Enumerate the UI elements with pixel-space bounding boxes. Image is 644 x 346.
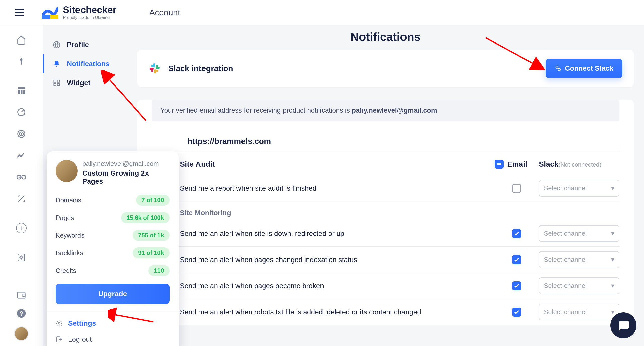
svg-rect-2 (18, 87, 25, 89)
svg-rect-5 (23, 90, 25, 94)
email-checkbox[interactable] (512, 281, 521, 290)
svg-rect-23 (153, 63, 155, 67)
section-name: Site Audit (180, 160, 215, 168)
side-item-label: Notifications (67, 60, 110, 68)
svg-point-30 (151, 70, 153, 72)
email-checkbox[interactable] (512, 229, 521, 238)
logo-icon (42, 6, 58, 19)
slack-channel-select[interactable]: Select channel ▾ (539, 277, 619, 294)
connect-icon (555, 65, 562, 72)
svg-text:?: ? (19, 310, 23, 317)
stat-row: Pages 15.6k of 100k (56, 209, 170, 227)
logo[interactable]: Sitechecker Proudly made in Ukraine (42, 5, 116, 20)
globe-icon (53, 41, 60, 49)
svg-point-31 (556, 66, 558, 68)
section-header-row: Site Audit Email Slack(Not connected) (137, 152, 634, 175)
notification-row: Send me an alert when site is down, redi… (137, 221, 634, 246)
wallet-icon[interactable] (16, 290, 26, 300)
stat-row: Credits 110 (56, 262, 170, 279)
site-icon[interactable] (16, 56, 26, 66)
user-avatar-nav[interactable] (14, 326, 29, 341)
svg-point-27 (151, 65, 153, 67)
slack-column-header: Slack(Not connected) (539, 160, 619, 168)
email-checkbox[interactable] (512, 184, 521, 193)
slack-integration-card: Slack integration Connect Slack (137, 50, 634, 87)
verified-email-notice: Your verified email address for receivin… (152, 100, 619, 121)
notification-row: Send me a report when site audit is fini… (137, 175, 634, 201)
svg-rect-21 (54, 84, 56, 86)
divider (47, 312, 179, 312)
bell-icon (53, 60, 60, 68)
target-icon[interactable] (16, 129, 26, 139)
trend-icon[interactable] (16, 150, 26, 160)
settings-nav-icon[interactable] (16, 252, 26, 263)
svg-rect-15 (23, 294, 25, 296)
section-header-row: Site Monitoring (137, 201, 634, 221)
side-item-label: Profile (67, 41, 89, 49)
notification-row: Send me an alert when pages became broke… (137, 273, 634, 299)
email-checkbox[interactable] (512, 255, 521, 264)
email-all-checkbox[interactable] (495, 160, 504, 169)
user-email: paliy.newlevel@gmail.com (82, 160, 170, 168)
magic-icon[interactable] (16, 194, 26, 204)
hamburger-menu[interactable] (15, 9, 24, 16)
stat-badge: 110 (148, 265, 170, 276)
settings-link[interactable]: Settings (56, 315, 170, 331)
svg-rect-0 (42, 15, 50, 19)
usage-stats: Domains 7 of 100 Pages 15.6k of 100k Key… (56, 191, 170, 279)
upgrade-button[interactable]: Upgrade (56, 284, 170, 304)
connect-slack-button[interactable]: Connect Slack (546, 59, 622, 78)
chevron-down-icon: ▾ (611, 256, 614, 264)
side-item-profile[interactable]: Profile (43, 35, 127, 54)
notification-row: Send me an alert when pages changed inde… (137, 247, 634, 273)
svg-rect-33 (497, 163, 501, 165)
chevron-down-icon: ▾ (611, 308, 614, 316)
svg-rect-19 (54, 80, 56, 82)
chat-icon (617, 319, 630, 332)
svg-point-9 (21, 133, 22, 134)
stat-badge: 7 of 100 (136, 195, 170, 206)
slack-channel-select[interactable]: Select channel ▾ (539, 180, 619, 197)
help-icon[interactable]: ? (16, 308, 26, 318)
notifications-card: Your verified email address for receivin… (137, 100, 634, 325)
widget-icon (53, 79, 60, 87)
section-name: Site Monitoring (180, 209, 231, 217)
stat-row: Backlinks 91 of 10k (56, 244, 170, 262)
svg-rect-13 (18, 254, 25, 261)
svg-rect-20 (57, 80, 60, 82)
link-icon[interactable] (16, 172, 26, 182)
side-item-notifications[interactable]: Notifications (43, 54, 127, 73)
page-title: Notifications (137, 30, 634, 44)
svg-point-28 (156, 65, 158, 67)
logout-link[interactable]: Log out (56, 331, 170, 346)
header-section: Account (149, 8, 180, 17)
user-avatar (56, 160, 78, 182)
chat-widget[interactable] (610, 312, 636, 338)
side-item-widget[interactable]: Widget (43, 73, 127, 93)
side-item-label: Widget (67, 79, 90, 87)
dashboard-icon[interactable] (16, 85, 26, 96)
speed-icon[interactable] (16, 107, 26, 117)
brand-name: Sitechecker (63, 5, 116, 15)
chevron-down-icon: ▾ (611, 282, 614, 290)
stat-row: Keywords 755 of 1k (56, 227, 170, 244)
stat-row: Domains 7 of 100 (56, 191, 170, 209)
slack-icon (149, 62, 161, 74)
svg-point-32 (558, 68, 560, 71)
stat-badge: 755 of 1k (133, 230, 170, 241)
notification-label: Send me an alert when pages became broke… (180, 282, 495, 290)
add-icon[interactable]: + (16, 223, 27, 233)
user-popover: paliy.newlevel@gmail.com Custom Growing … (47, 151, 179, 346)
home-icon[interactable] (16, 35, 26, 45)
chevron-down-icon: ▾ (611, 230, 614, 237)
slack-channel-select[interactable]: Select channel ▾ (539, 225, 619, 242)
connect-slack-label: Connect Slack (565, 64, 613, 72)
user-plan: Custom Growing 2x Pages (82, 169, 170, 185)
email-checkbox[interactable] (512, 308, 521, 317)
site-url: https://brammels.com (137, 129, 634, 152)
svg-rect-14 (18, 292, 25, 298)
slack-channel-select[interactable]: Select channel ▾ (539, 304, 619, 320)
stat-badge: 91 of 10k (133, 247, 170, 258)
left-nav: + ? (0, 25, 43, 346)
slack-channel-select[interactable]: Select channel ▾ (539, 251, 619, 268)
